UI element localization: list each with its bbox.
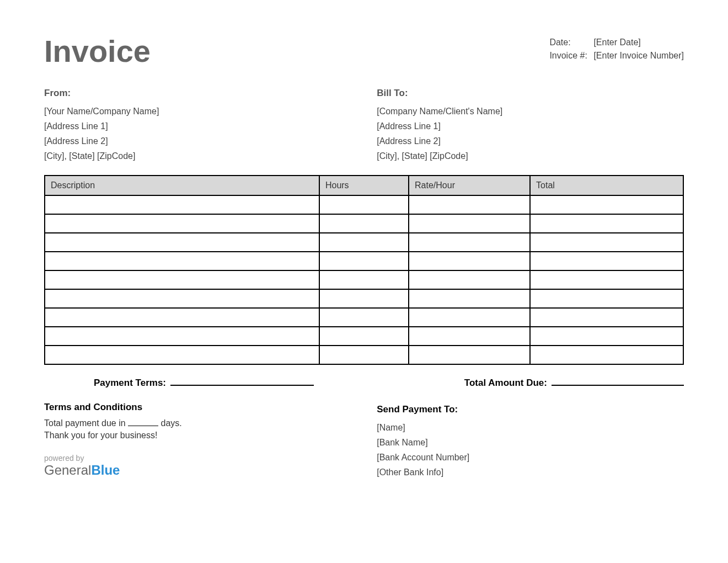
cell-desc[interactable] bbox=[45, 252, 319, 270]
cell-total[interactable] bbox=[530, 346, 683, 364]
payment-account[interactable]: [Bank Account Number] bbox=[377, 450, 684, 465]
billto-addr2[interactable]: [Address Line 2] bbox=[377, 134, 684, 148]
cell-total[interactable] bbox=[530, 252, 683, 270]
table-row bbox=[45, 195, 683, 214]
from-addr2[interactable]: [Address Line 2] bbox=[44, 134, 351, 148]
cell-hours[interactable] bbox=[319, 327, 409, 346]
cell-hours[interactable] bbox=[319, 289, 409, 308]
terms-heading: Terms and Conditions bbox=[44, 402, 351, 413]
payment-other[interactable]: [Other Bank Info] bbox=[377, 465, 684, 480]
payment-heading: Send Payment To: bbox=[377, 402, 684, 418]
cell-desc[interactable] bbox=[45, 308, 319, 327]
table-row bbox=[45, 233, 683, 252]
header-hours: Hours bbox=[319, 176, 409, 195]
cell-hours[interactable] bbox=[319, 270, 409, 289]
table-row bbox=[45, 346, 683, 364]
header-description: Description bbox=[45, 176, 319, 195]
from-city[interactable]: [City], [State] [ZipCode] bbox=[44, 148, 351, 163]
powered-by-label: powered by bbox=[44, 454, 351, 463]
cell-rate[interactable] bbox=[409, 327, 530, 346]
cell-total[interactable] bbox=[530, 233, 683, 252]
cell-total[interactable] bbox=[530, 289, 683, 308]
cell-total[interactable] bbox=[530, 214, 683, 233]
cell-total[interactable] bbox=[530, 270, 683, 289]
billto-addr1[interactable]: [Address Line 1] bbox=[377, 119, 684, 134]
cell-desc[interactable] bbox=[45, 346, 319, 364]
cell-hours[interactable] bbox=[319, 346, 409, 364]
billto-city[interactable]: [City], [State] [ZipCode] bbox=[377, 148, 684, 163]
cell-desc[interactable] bbox=[45, 327, 319, 346]
cell-desc[interactable] bbox=[45, 195, 319, 214]
invoice-number-value[interactable]: [Enter Invoice Number] bbox=[593, 51, 684, 61]
payment-bank[interactable]: [Bank Name] bbox=[377, 435, 684, 450]
payment-name[interactable]: [Name] bbox=[377, 420, 684, 435]
from-heading: From: bbox=[44, 86, 351, 102]
cell-hours[interactable] bbox=[319, 233, 409, 252]
header-rate: Rate/Hour bbox=[409, 176, 530, 195]
cell-rate[interactable] bbox=[409, 270, 530, 289]
cell-total[interactable] bbox=[530, 308, 683, 327]
table-row bbox=[45, 308, 683, 327]
header-total: Total bbox=[530, 176, 683, 195]
total-due-label: Total Amount Due: bbox=[464, 378, 547, 389]
invoice-number-label: Invoice #: bbox=[549, 51, 593, 61]
cell-rate[interactable] bbox=[409, 214, 530, 233]
billto-name[interactable]: [Company Name/Client's Name] bbox=[377, 104, 684, 119]
from-name[interactable]: [Your Name/Company Name] bbox=[44, 104, 351, 119]
cell-rate[interactable] bbox=[409, 289, 530, 308]
table-row bbox=[45, 252, 683, 270]
from-addr1[interactable]: [Address Line 1] bbox=[44, 119, 351, 134]
payment-terms-field: Payment Terms: bbox=[94, 374, 314, 389]
terms-line2: Thank you for your business! bbox=[44, 431, 351, 440]
table-row bbox=[45, 289, 683, 308]
cell-desc[interactable] bbox=[45, 214, 319, 233]
cell-rate[interactable] bbox=[409, 308, 530, 327]
table-row bbox=[45, 327, 683, 346]
cell-total[interactable] bbox=[530, 327, 683, 346]
cell-rate[interactable] bbox=[409, 233, 530, 252]
brand-general: General bbox=[44, 463, 91, 477]
cell-desc[interactable] bbox=[45, 289, 319, 308]
invoice-meta: Date: [Enter Date] Invoice #: [Enter Inv… bbox=[549, 38, 684, 64]
total-due-field: Total Amount Due: bbox=[464, 374, 684, 389]
cell-desc[interactable] bbox=[45, 270, 319, 289]
cell-desc[interactable] bbox=[45, 233, 319, 252]
cell-hours[interactable] bbox=[319, 214, 409, 233]
terms-days-input[interactable] bbox=[128, 416, 158, 426]
invoice-title: Invoice bbox=[44, 33, 151, 69]
line-items-table: Description Hours Rate/Hour Total bbox=[44, 175, 684, 365]
billto-block: Bill To: [Company Name/Client's Name] [A… bbox=[377, 86, 684, 164]
table-row bbox=[45, 214, 683, 233]
table-row bbox=[45, 270, 683, 289]
cell-hours[interactable] bbox=[319, 308, 409, 327]
terms-line1-prefix: Total payment due in bbox=[44, 418, 126, 428]
date-label: Date: bbox=[549, 38, 593, 47]
cell-rate[interactable] bbox=[409, 195, 530, 214]
billto-heading: Bill To: bbox=[377, 86, 684, 102]
from-block: From: [Your Name/Company Name] [Address … bbox=[44, 86, 351, 164]
terms-block: Terms and Conditions Total payment due i… bbox=[44, 402, 351, 480]
payment-terms-input[interactable] bbox=[170, 374, 314, 386]
date-value[interactable]: [Enter Date] bbox=[593, 38, 640, 47]
brand-blue: Blue bbox=[91, 463, 120, 477]
cell-hours[interactable] bbox=[319, 252, 409, 270]
total-due-input[interactable] bbox=[552, 374, 684, 386]
payment-block: Send Payment To: [Name] [Bank Name] [Ban… bbox=[377, 402, 684, 480]
cell-rate[interactable] bbox=[409, 346, 530, 364]
cell-rate[interactable] bbox=[409, 252, 530, 270]
cell-total[interactable] bbox=[530, 195, 683, 214]
terms-line1-suffix: days. bbox=[161, 418, 182, 428]
brand-logo: GeneralBlue bbox=[44, 463, 351, 478]
cell-hours[interactable] bbox=[319, 195, 409, 214]
payment-terms-label: Payment Terms: bbox=[94, 378, 166, 389]
